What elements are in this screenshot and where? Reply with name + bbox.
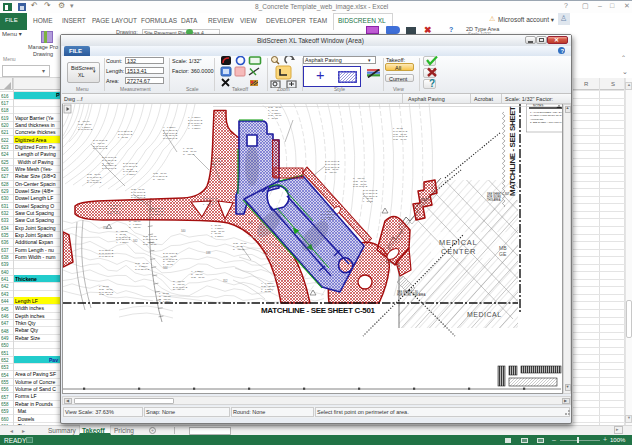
svg-text:L = 50.12': L = 50.12' [203, 203, 214, 205]
svg-text:R = 450.00': R = 450.00' [353, 177, 365, 179]
svg-text:340: 340 [181, 229, 186, 233]
svg-text:L = 50.12': L = 50.12' [159, 292, 170, 294]
svg-text:CHD = 50.11': CHD = 50.11' [135, 262, 149, 264]
svg-text:S 48°07'19" E: S 48°07'19" E [353, 185, 368, 187]
svg-text:Δ = 6°22'54": Δ = 6°22'54" [211, 235, 224, 237]
svg-text:Δ = 6°22'54": Δ = 6°22'54" [321, 216, 334, 218]
svg-text:R = 450.00': R = 450.00' [93, 142, 105, 144]
svg-text:S 48°07'19" E: S 48°07'19" E [173, 286, 188, 288]
svg-text:S 48°07'19" E: S 48°07'19" E [188, 122, 203, 124]
svg-text:CHD = 50.11': CHD = 50.11' [321, 218, 335, 220]
svg-text:L = 50.12': L = 50.12' [183, 147, 194, 149]
svg-text:Δ = 6°22'54": Δ = 6°22'54" [135, 265, 148, 267]
svg-text:S 48°07'19" E: S 48°07'19" E [163, 252, 178, 254]
svg-text:N 41°52'41" E: N 41°52'41" E [107, 204, 122, 206]
svg-text:CHD = 50.11': CHD = 50.11' [78, 123, 92, 125]
svg-text:S 48°07'19" E: S 48°07'19" E [203, 197, 218, 199]
svg-text:Δ = 6°22'54": Δ = 6°22'54" [159, 300, 172, 302]
svg-text:S 48°07'19" E: S 48°07'19" E [211, 157, 226, 159]
svg-text:R = 450.00': R = 450.00' [163, 260, 175, 262]
svg-text:L = 50.12': L = 50.12' [393, 127, 404, 129]
svg-text:R = 450.00': R = 450.00' [78, 120, 90, 122]
svg-text:N 41°52'41" E: N 41°52'41" E [149, 213, 164, 215]
svg-text:CHD = 50.11': CHD = 50.11' [143, 243, 157, 245]
svg-text:CHD = 50.11': CHD = 50.11' [183, 150, 197, 152]
svg-text:Δ = 6°22'54": Δ = 6°22'54" [129, 223, 142, 225]
svg-text:R = 450.00': R = 450.00' [159, 298, 171, 300]
svg-text:CHD = 50.11': CHD = 50.11' [393, 133, 407, 135]
svg-text:S 48°07'19" E: S 48°07'19" E [102, 167, 117, 169]
svg-text:CHD = 50.11': CHD = 50.11' [131, 188, 145, 190]
svg-text:MATCHLINE - SEE SHEET: MATCHLINE - SEE SHEET [508, 106, 517, 196]
svg-text:FOR WORK THIS AREA: FOR WORK THIS AREA [397, 293, 426, 297]
svg-text:R = 450.00': R = 450.00' [173, 283, 185, 285]
svg-text:N 41°52'41" E: N 41°52'41" E [123, 165, 138, 167]
svg-text:N 41°52'41" E: N 41°52'41" E [203, 200, 218, 202]
svg-text:N 41°52'41" E: N 41°52'41" E [102, 159, 117, 161]
svg-text:R = 450.00': R = 450.00' [325, 171, 337, 173]
svg-text:CHD = 50.11': CHD = 50.11' [143, 235, 157, 237]
svg-text:L = 50.12': L = 50.12' [99, 285, 110, 287]
svg-text:CHD = 50.11': CHD = 50.11' [268, 114, 282, 116]
svg-text:CENTER: CENTER [441, 247, 476, 256]
svg-text:L = 50.12': L = 50.12' [211, 224, 222, 226]
svg-text:N 41°52'41" E: N 41°52'41" E [123, 170, 138, 172]
svg-text:L = 50.12': L = 50.12' [211, 160, 222, 162]
svg-text:N 41°52'41" E: N 41°52'41" E [99, 249, 114, 251]
svg-text:S 48°07'19" E: S 48°07'19" E [163, 258, 178, 260]
svg-text:L = 50.12': L = 50.12' [107, 207, 118, 209]
svg-text:GE: GE [499, 251, 507, 257]
svg-text:S 48°07'19" E: S 48°07'19" E [93, 139, 108, 141]
svg-text:N 41°52'41" E: N 41°52'41" E [325, 166, 340, 168]
svg-text:N 41°52'41" E: N 41°52'41" E [393, 130, 408, 132]
svg-text:N 41°52'41" E: N 41°52'41" E [99, 255, 114, 257]
svg-text:?: ? [429, 78, 435, 88]
svg-text:N 41°52'41" E: N 41°52'41" E [131, 194, 146, 196]
svg-text:S 48°07'19" E: S 48°07'19" E [87, 176, 102, 178]
svg-text:S 48°07'19" E: S 48°07'19" E [131, 191, 146, 193]
svg-text:344: 344 [163, 266, 168, 270]
svg-text:Δ = 6°22'54": Δ = 6°22'54" [78, 126, 91, 128]
svg-text:L = 50.12': L = 50.12' [123, 168, 134, 170]
svg-text:N 41°52'41" E: N 41°52'41" E [149, 210, 164, 212]
svg-text:R = 450.00': R = 450.00' [129, 220, 141, 222]
svg-text:N 41°52'41" E: N 41°52'41" E [321, 213, 336, 215]
svg-text:S 48°07'19" E: S 48°07'19" E [188, 119, 203, 121]
svg-text:Δ = 6°22'54": Δ = 6°22'54" [123, 173, 136, 175]
svg-text:CHD = 50.11': CHD = 50.11' [325, 168, 339, 170]
svg-text:CHD = 50.11': CHD = 50.11' [153, 172, 167, 174]
svg-text:L = 50.12': L = 50.12' [233, 245, 244, 247]
svg-text:R = 450.00': R = 450.00' [107, 210, 119, 212]
svg-text:L = 50.12': L = 50.12' [261, 290, 272, 292]
svg-text:NOTES:: NOTES: [533, 104, 544, 108]
svg-text:S 48°07'19" E: S 48°07'19" E [118, 133, 133, 135]
svg-text:R = 450.00': R = 450.00' [173, 280, 185, 282]
svg-text:L = 50.12': L = 50.12' [363, 197, 374, 199]
svg-text:S 48°07'19" E: S 48°07'19" E [102, 156, 117, 158]
svg-text:R = 450.00': R = 450.00' [173, 288, 185, 290]
svg-text:Δ = 6°22'54": Δ = 6°22'54" [116, 241, 129, 243]
svg-text:MATCHLINE - SEE SHEET C-501: MATCHLINE - SEE SHEET C-501 [261, 306, 376, 315]
svg-text:CHD = 50.11': CHD = 50.11' [191, 276, 205, 278]
svg-text:Δ = 6°22'54": Δ = 6°22'54" [261, 282, 274, 284]
svg-text:352: 352 [223, 279, 228, 283]
svg-text:N 41°52'41" E: N 41°52'41" E [163, 134, 178, 136]
svg-text:S 48°07'19" E: S 48°07'19" E [325, 160, 340, 162]
svg-text:MEDICAL: MEDICAL [467, 311, 502, 318]
svg-text:N 41°52'41" E: N 41°52'41" E [135, 268, 150, 270]
svg-text:L = 50.12': L = 50.12' [268, 117, 279, 119]
svg-text:338: 338 [206, 251, 211, 255]
svg-text:L = 50.12': L = 50.12' [268, 109, 279, 111]
svg-text:R = 450.00': R = 450.00' [87, 179, 99, 181]
svg-text:THIS AREA: THIS AREA [487, 198, 501, 202]
svg-text:S 48°07'19" E: S 48°07'19" E [143, 238, 158, 240]
svg-text:S 48°07'19" E: S 48°07'19" E [78, 128, 93, 130]
svg-text:S 48°07'19" E: S 48°07'19" E [116, 236, 131, 238]
svg-text:R = 450.00': R = 450.00' [116, 230, 128, 232]
svg-text:Δ = 6°22'54": Δ = 6°22'54" [188, 124, 201, 126]
svg-text:R = 450.00': R = 450.00' [191, 273, 203, 275]
svg-text:N 41°52'41" E: N 41°52'41" E [116, 238, 131, 240]
svg-text:R = 450.00': R = 450.00' [159, 295, 171, 297]
svg-text:Δ = 6°22'54": Δ = 6°22'54" [268, 112, 281, 114]
svg-text:L = 50.12': L = 50.12' [163, 263, 174, 265]
